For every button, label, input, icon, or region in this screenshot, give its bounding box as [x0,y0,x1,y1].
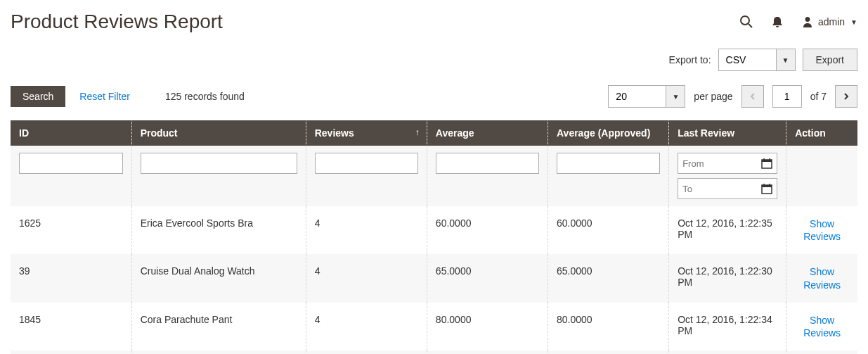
column-header-average[interactable]: Average [427,120,548,146]
search-button[interactable]: Search [11,86,65,107]
cell-avg-approved: 60.0000 [548,206,669,254]
svg-rect-3 [762,160,772,162]
cell-average: 65.0000 [427,254,548,302]
column-header-product[interactable]: Product [131,120,306,146]
filter-average-input[interactable] [436,153,539,174]
cell-average: 60.0000 [427,206,548,254]
column-header-action: Action [786,120,857,146]
next-page-button[interactable] [835,85,857,108]
column-header-avg-approved[interactable]: Average (Approved) [548,120,669,146]
cell-reviews: 4 [306,303,427,350]
svg-point-0 [741,16,749,25]
cell-product: Erica Evercool Sports Bra [131,206,306,254]
cell-last-review: Oct 12, 2016, 1:22:35 PM [669,206,786,254]
calendar-icon[interactable] [759,181,775,196]
filter-product-input[interactable] [141,153,297,174]
cell-average: 55.0000 [427,350,548,354]
reviews-table: ID Product Reviews↑ Average Average (App… [11,120,857,354]
cell-product: Cora Parachute Pant [131,303,306,350]
cell-id: 1845 [11,303,131,350]
cell-avg-approved: 55.0000 [548,350,669,354]
caret-down-icon: ▼ [850,18,857,26]
cell-last-review: Oct 12, 2016, 1:22:30 PM [669,254,786,302]
of-pages-label: of 7 [810,91,827,102]
cell-last-review: Oct 12, 2016, 1:22:32 PM [669,350,786,354]
per-page-label: per page [694,91,732,102]
column-header-id[interactable]: ID [11,120,131,146]
export-format-select[interactable]: CSV [718,49,796,71]
records-found-label: 125 records found [165,91,245,102]
cell-id: 1625 [11,206,131,254]
cell-avg-approved: 65.0000 [548,254,669,302]
search-icon[interactable] [739,15,753,29]
cell-product: Cruise Dual Analog Watch [131,254,306,302]
svg-line-1 [749,24,752,27]
cell-reviews: 4 [306,254,427,302]
column-header-reviews[interactable]: Reviews↑ [306,120,427,146]
svg-rect-7 [762,185,772,187]
table-row[interactable]: 1845 Cora Parachute Pant 4 80.0000 80.00… [11,303,857,350]
bell-icon[interactable] [771,15,784,28]
table-row[interactable]: 643 Erikssen CoolTech™ Fitness Tank 4 55… [11,350,857,354]
cell-reviews: 4 [306,206,427,254]
export-button[interactable]: Export [803,49,857,71]
column-header-last-review[interactable]: Last Review [669,120,786,146]
per-page-select[interactable]: 20 [608,85,685,108]
export-to-label: Export to: [669,54,711,65]
cell-product: Erikssen CoolTech™ Fitness Tank [131,350,306,354]
cell-reviews: 4 [306,350,427,354]
admin-user-label: admin [818,16,845,27]
prev-page-button[interactable] [741,85,764,108]
cell-id: 643 [11,350,131,354]
chevron-left-icon [749,93,756,100]
column-header-reviews-label: Reviews [315,127,354,139]
calendar-icon[interactable] [759,156,775,171]
chevron-right-icon [843,93,850,100]
cell-avg-approved: 80.0000 [548,303,669,350]
user-icon [801,15,814,28]
show-reviews-link[interactable]: Show Reviews [795,217,849,243]
show-reviews-link[interactable]: Show Reviews [795,265,849,291]
table-row[interactable]: 39 Cruise Dual Analog Watch 4 65.0000 65… [11,254,857,302]
page-title: Product Reviews Report [11,11,223,33]
cell-last-review: Oct 12, 2016, 1:22:34 PM [669,303,786,350]
table-row[interactable]: 1625 Erica Evercool Sports Bra 4 60.0000… [11,206,857,254]
filter-id-input[interactable] [19,153,123,174]
show-reviews-link[interactable]: Show Reviews [795,314,849,339]
page-number-input[interactable] [772,85,802,108]
cell-id: 39 [11,254,131,302]
sort-ascending-icon: ↑ [415,127,420,137]
filter-reviews-input[interactable] [315,153,418,174]
filter-avg-approved-input[interactable] [557,153,660,174]
admin-user-menu[interactable]: admin ▼ [801,15,857,28]
cell-average: 80.0000 [427,303,548,350]
reset-filter-link[interactable]: Reset Filter [79,91,130,102]
